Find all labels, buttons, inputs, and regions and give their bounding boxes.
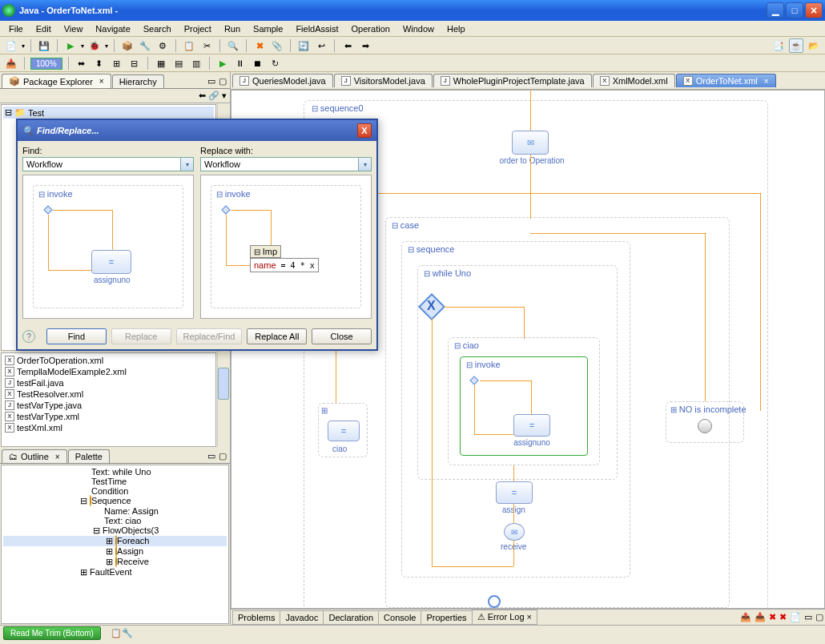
dialog-close-button[interactable]: X: [357, 123, 372, 138]
new-button[interactable]: 📄: [4, 38, 18, 53]
errorlog-tab[interactable]: ⚠ Error Log ×: [472, 610, 537, 625]
outline-item-selected[interactable]: ⊞ Foreach: [3, 536, 227, 546]
dropdown-icon[interactable]: ▾: [180, 158, 193, 171]
editor-tab[interactable]: XXmlModel.xml: [593, 74, 675, 87]
outline-item[interactable]: ⊟ Sequence: [3, 496, 227, 506]
menu-search[interactable]: Search: [137, 22, 178, 35]
align-btn[interactable]: ⊞: [110, 56, 124, 70]
console-tab[interactable]: Console: [378, 610, 421, 625]
dialog-titlebar[interactable]: 🔍 Find/Replace... X: [18, 120, 376, 141]
tool-btn[interactable]: 🔄: [296, 38, 311, 53]
view-icon[interactable]: ▭: [804, 612, 812, 622]
menu-view[interactable]: View: [58, 22, 90, 35]
tree-item[interactable]: XTempllaModelExample2.xml: [3, 366, 214, 377]
editor-tab[interactable]: JVisitorsModel.java: [334, 74, 433, 87]
stop-btn[interactable]: ⏹: [251, 56, 265, 70]
help-icon[interactable]: ?: [22, 330, 35, 343]
filter-icon[interactable]: ▾: [222, 91, 227, 100]
menu-operation[interactable]: Operation: [345, 22, 396, 35]
tool-btn[interactable]: ✖: [252, 38, 267, 53]
run-btn[interactable]: ▶: [215, 56, 230, 70]
join-icon[interactable]: [488, 595, 501, 608]
outline-item[interactable]: TestTime: [3, 477, 227, 486]
maximize-view-icon[interactable]: ▢: [219, 76, 227, 87]
editor-tab[interactable]: JWholePluginProjectTemplate.java: [433, 74, 592, 87]
forward-button[interactable]: ➡: [358, 38, 372, 53]
replace-button[interactable]: Replace: [111, 328, 171, 344]
receive-node[interactable]: ✉: [504, 523, 525, 541]
collapse-icon[interactable]: ⬅: [199, 91, 206, 100]
tool-btn[interactable]: ↩: [314, 38, 328, 53]
menu-sample[interactable]: Sample: [247, 22, 289, 35]
menu-window[interactable]: Window: [396, 22, 441, 35]
clear-icon[interactable]: ✖: [769, 612, 776, 622]
assign-node[interactable]: =: [496, 481, 533, 504]
minimize-view-icon[interactable]: ▭: [207, 76, 215, 87]
tool-btn[interactable]: 📋: [182, 38, 196, 53]
step-btn[interactable]: ⏸: [233, 56, 248, 70]
tool-btn[interactable]: ⚙: [155, 38, 170, 53]
menu-navigate[interactable]: Navigate: [89, 22, 136, 35]
outline-item[interactable]: ⊞ FaultEvent: [3, 567, 227, 578]
tree-item[interactable]: XtestVarType.xml: [3, 411, 214, 422]
open-icon[interactable]: 📄: [790, 612, 801, 622]
close-button[interactable]: [805, 2, 823, 18]
menu-file[interactable]: File: [2, 22, 30, 35]
align-btn[interactable]: ⊟: [127, 56, 142, 70]
tool-btn[interactable]: 📦: [120, 38, 135, 53]
maximize-button[interactable]: [786, 2, 803, 18]
collapse-icon[interactable]: ⊟: [5, 107, 12, 118]
editor-tab-active[interactable]: XOrderToNet.xml×: [676, 74, 776, 87]
assignuno-node[interactable]: =: [513, 414, 550, 437]
tree-item[interactable]: XtestXml.xml: [3, 422, 214, 433]
circle-node[interactable]: [698, 419, 712, 433]
close-dialog-button[interactable]: Close: [312, 328, 372, 344]
tool-btn[interactable]: ✂: [199, 38, 214, 53]
readme-button[interactable]: Read Me Trim (Bottom): [3, 626, 101, 640]
perspective-btn[interactable]: 📑: [771, 38, 786, 53]
menu-run[interactable]: Run: [218, 22, 247, 35]
hierarchy-tab[interactable]: Hierarchy: [112, 74, 164, 88]
outline-tab[interactable]: 🗂 Outline ×: [2, 449, 67, 463]
replace-all-button[interactable]: Replace All: [247, 328, 307, 344]
tool-btn[interactable]: 📎: [270, 38, 284, 53]
scrollbar[interactable]: [217, 352, 230, 448]
search-button[interactable]: 🔍: [226, 38, 240, 53]
delete-icon[interactable]: ✖: [779, 612, 787, 622]
menu-fieldassist[interactable]: FieldAssist: [289, 22, 344, 35]
minimize-button[interactable]: [767, 2, 784, 18]
outline-item[interactable]: Name: Assign: [3, 506, 227, 516]
status-icon[interactable]: 🔧: [122, 628, 133, 638]
debug-button[interactable]: 🐞: [87, 38, 102, 53]
package-tree-lower[interactable]: XOrderToOperation.xml XTempllaModelExamp…: [1, 352, 216, 447]
tool-btn[interactable]: 📥: [4, 56, 18, 70]
order-node[interactable]: ✉: [512, 131, 549, 155]
tree-item[interactable]: XOrderToOperation.xml: [3, 355, 214, 366]
java-perspective[interactable]: ☕: [789, 38, 803, 53]
align-btn[interactable]: ⬌: [74, 56, 89, 70]
view-icon[interactable]: ▢: [219, 451, 227, 461]
palette-tab[interactable]: Palette: [68, 449, 110, 463]
refresh-btn[interactable]: ↻: [268, 56, 283, 70]
outline-item[interactable]: Condition: [3, 486, 227, 496]
ciao-node[interactable]: =: [328, 421, 360, 441]
declaration-tab[interactable]: Declaration: [323, 610, 379, 625]
tree-root[interactable]: ⊟ 📁 Test: [3, 107, 214, 119]
outline-item[interactable]: ⊞ Receive: [3, 557, 227, 567]
close-icon[interactable]: ×: [764, 77, 769, 86]
find-button[interactable]: Find: [46, 328, 107, 344]
import-icon[interactable]: 📥: [755, 612, 766, 622]
tree-item[interactable]: JtestFail.java: [3, 377, 214, 388]
align-btn[interactable]: ▥: [189, 56, 203, 70]
run-button[interactable]: ▶: [63, 38, 78, 53]
save-button[interactable]: 💾: [37, 38, 51, 53]
find-combo[interactable]: ▾: [22, 157, 194, 171]
replace-combo[interactable]: ▾: [200, 157, 372, 171]
dropdown-icon[interactable]: ▾: [358, 158, 371, 171]
align-btn[interactable]: ⬍: [92, 56, 107, 70]
package-explorer-tab[interactable]: 📦 Package Explorer ×: [2, 74, 111, 88]
tool-btn[interactable]: 🔧: [138, 38, 152, 53]
menu-edit[interactable]: Edit: [30, 22, 58, 35]
tree-item[interactable]: XTestResolver.xml: [3, 388, 214, 400]
replace-input[interactable]: [201, 158, 358, 171]
